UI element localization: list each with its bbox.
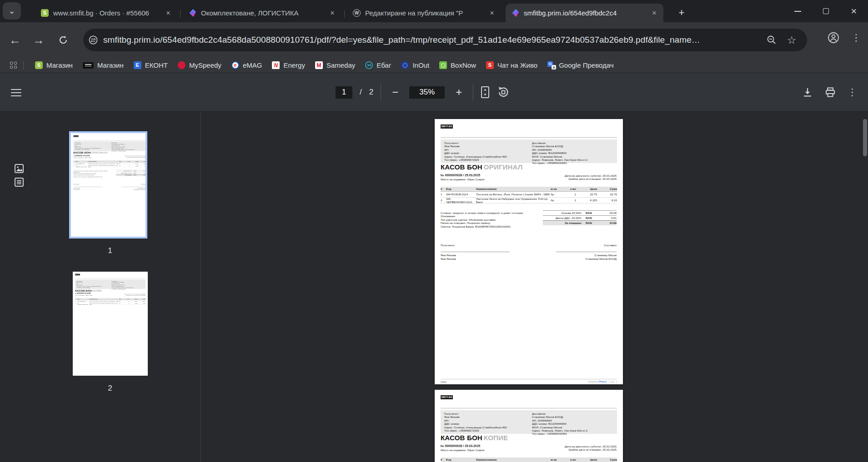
divider bbox=[23, 61, 24, 70]
browser-menu-icon[interactable]: ⋮ bbox=[848, 30, 864, 46]
note-line: Тип данъчна сделка: Облагаеми доставки bbox=[441, 218, 543, 221]
bookmark-live-chat[interactable]: S Чат на Живо bbox=[481, 60, 542, 71]
items-table: # Код Наименование м-ка к-во Цена Сума 1… bbox=[441, 457, 617, 462]
tab-logistics[interactable]: Окомплектоване, ЛОГИСТИКА × bbox=[183, 4, 341, 22]
supplier-block: Доставчик: Станимир Михов ЕООД ИН: 20484… bbox=[111, 142, 146, 152]
receipt-dates: Дата на данъчното събитие: 25.03.2025 Кр… bbox=[125, 155, 146, 158]
maximize-button[interactable] bbox=[812, 0, 840, 22]
note-line: Сметка: Пощенска Банка, BG82BPBI79421025… bbox=[73, 176, 115, 177]
speedy-icon bbox=[178, 61, 186, 69]
receipt-title-text: КАСОВ БОН bbox=[75, 289, 92, 292]
address-bar[interactable]: smfitbg.prim.io/654ed9fbdc2c4a568da50088… bbox=[83, 29, 807, 51]
smartsupp-icon: S bbox=[486, 61, 494, 69]
receipt-variant: КОПИЕ bbox=[92, 289, 102, 292]
close-icon[interactable]: × bbox=[163, 8, 174, 19]
signature-recipient: Получател Яна Янкова Яна Янкова bbox=[73, 184, 102, 190]
totals-row: Данък ДДС, 20.00%: BGN 5.81 bbox=[116, 172, 146, 174]
bookmark-emag[interactable]: e eMAG bbox=[226, 60, 267, 71]
thumbnail-page-1[interactable]: SMFIT.BG Получател: Яна Янкова ИН: ДДС н… bbox=[69, 131, 147, 238]
signatures: Получател Яна Янкова Яна Янкова Съставил… bbox=[73, 184, 146, 191]
tab-wordpress-edit[interactable]: W Редактиране на публикация "Р × bbox=[347, 4, 501, 22]
bookmark-google-translate[interactable]: GA Google Преводач bbox=[542, 60, 618, 71]
receipt-footer: Created by Prim.io | Стр.: 1 bbox=[441, 379, 617, 383]
bookmark-label: Ебаг bbox=[376, 61, 391, 69]
site-info-icon[interactable] bbox=[83, 35, 103, 45]
issue-place: Място на издаване: Офис София bbox=[75, 295, 92, 296]
vertical-scrollbar-thumb[interactable] bbox=[863, 119, 867, 156]
fit-to-page-button[interactable] bbox=[481, 86, 490, 99]
navigation-toolbar: ← → smfitbg.prim.io/654ed9fbdc2c4a568da5… bbox=[0, 22, 868, 58]
bookmark-inout[interactable]: InOut bbox=[396, 60, 434, 71]
divider bbox=[381, 84, 381, 101]
totals-row-due: За плащане: BGN 34.89 bbox=[116, 174, 146, 176]
close-icon[interactable]: × bbox=[327, 8, 338, 19]
tab-pdf-active[interactable]: smfitbg.prim.io/654ed9fbdc2c4 × bbox=[506, 4, 663, 22]
tab-title: www.smfit.bg · Orders · #55606 bbox=[53, 9, 159, 17]
tab-strip: ⌄ S www.smfit.bg · Orders · #55606 × Око… bbox=[0, 0, 868, 22]
ebag-icon bbox=[365, 61, 373, 69]
tab-orders[interactable]: S www.smfit.bg · Orders · #55606 × bbox=[35, 4, 177, 22]
bookmark-econt[interactable]: E ЕКОНТ bbox=[129, 60, 173, 71]
rotate-button[interactable] bbox=[497, 86, 510, 99]
receipt-number: № 0000000028 / 25.03.2025 bbox=[441, 444, 484, 447]
pdf-more-icon[interactable]: ⋮ bbox=[848, 87, 857, 98]
info-line: Адрес: Ловешка, Ловеч, Хан Крум #2а ет.2 bbox=[532, 429, 616, 432]
smfit-logo: SMFIT.BG bbox=[73, 135, 78, 137]
back-button[interactable]: ← bbox=[5, 30, 25, 50]
bookmark-store-2[interactable]: Магазин bbox=[78, 60, 129, 71]
pdf-menu-button[interactable] bbox=[11, 85, 26, 100]
zoom-out-button[interactable]: − bbox=[388, 86, 402, 99]
note-line: Начин на плащане: Пощенски превод bbox=[441, 221, 543, 224]
divider bbox=[441, 408, 617, 408]
issue-place: Място на издаване: Офис София bbox=[441, 448, 484, 452]
maximize-icon bbox=[823, 8, 829, 14]
supplier-block: Доставчик: Станимир Михов ЕООД ИН: 20484… bbox=[111, 280, 145, 289]
print-button[interactable] bbox=[825, 87, 836, 98]
shopify-icon: S bbox=[41, 9, 49, 17]
reload-button[interactable] bbox=[53, 30, 74, 50]
download-button[interactable] bbox=[802, 87, 813, 98]
tab-title: Окомплектоване, ЛОГИСТИКА bbox=[201, 9, 323, 17]
apps-grid-icon[interactable] bbox=[10, 62, 17, 69]
bookmark-ebag[interactable]: Ебаг bbox=[360, 60, 396, 71]
bookmark-shopify-store[interactable]: S Магазин bbox=[30, 60, 78, 71]
forward-button[interactable]: → bbox=[28, 30, 49, 50]
footer-logo bbox=[441, 381, 447, 383]
receipt-original: SMFIT.BG Получател: Яна Янкова ИН: ДДС н… bbox=[71, 133, 147, 238]
note-line: Основание: bbox=[441, 214, 543, 218]
info-line: Тел./факс: +359886430083 bbox=[111, 150, 146, 152]
page-number-input[interactable]: 1 bbox=[336, 86, 352, 99]
bookmark-star-icon[interactable]: ☆ bbox=[783, 32, 800, 48]
signature-line bbox=[556, 252, 617, 252]
signatures: Получател Яна Янкова Яна Янкова Съставил… bbox=[441, 243, 617, 262]
zoom-out-icon[interactable] bbox=[763, 32, 780, 48]
bookmark-boxnow[interactable]: BoxNow bbox=[434, 60, 481, 71]
payment-notes: Словом: тридесет и четири лева и осемдес… bbox=[441, 211, 543, 228]
bookmark-sameday[interactable]: M Sameday bbox=[310, 60, 360, 71]
receipt-variant: ОРИГИНАЛ bbox=[484, 163, 523, 171]
thumbnail-page-2[interactable]: SMFIT.BG Получател: Яна Янкова ИН: ДДС н… bbox=[73, 272, 148, 376]
bookmark-label: Магазин bbox=[46, 61, 73, 69]
divider bbox=[441, 137, 617, 138]
pdf-page-2: SMFIT.BG Получател: Яна Янкова ИН: ДДС н… bbox=[435, 390, 623, 462]
due-date: Крайна дата за плащане: 25.03.2025 bbox=[125, 157, 146, 158]
close-window-button[interactable]: × bbox=[840, 0, 868, 22]
note-line: Словом: тридесет и четири лева и осемдес… bbox=[441, 211, 543, 214]
profile-avatar[interactable] bbox=[825, 30, 842, 46]
zoom-in-button[interactable]: + bbox=[452, 86, 466, 99]
payment-notes: Словом: тридесет и четири лева и осемдес… bbox=[73, 170, 115, 177]
close-icon[interactable]: × bbox=[649, 8, 660, 19]
tab-search-button[interactable]: ⌄ bbox=[3, 2, 21, 20]
toolbar-right: ⋮ bbox=[825, 30, 864, 46]
receipt-variant: ОРИГИНАЛ bbox=[91, 151, 108, 154]
thumbnails-view-button[interactable] bbox=[14, 163, 25, 174]
browser-window: ⌄ S www.smfit.bg · Orders · #55606 × Око… bbox=[0, 0, 868, 462]
tab-divider bbox=[180, 10, 181, 18]
minimize-button[interactable] bbox=[783, 0, 812, 22]
bookmark-myspeedy[interactable]: MySpeedy bbox=[173, 60, 226, 71]
new-tab-button[interactable]: + bbox=[674, 5, 689, 20]
close-icon[interactable]: × bbox=[487, 8, 497, 19]
bookmark-energy[interactable]: N Energy bbox=[267, 60, 310, 71]
download-icon bbox=[802, 87, 813, 98]
outline-view-button[interactable] bbox=[14, 177, 25, 188]
